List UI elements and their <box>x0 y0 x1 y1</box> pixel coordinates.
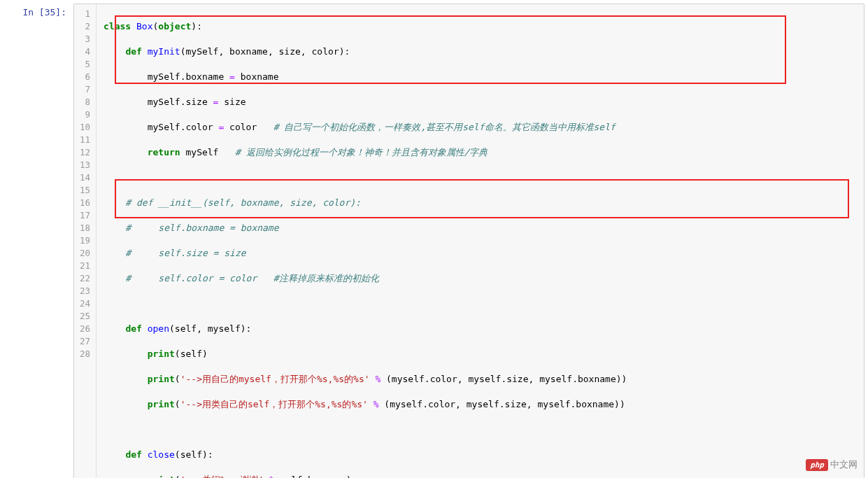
line-number: 21 <box>80 260 90 272</box>
line-number: 2 <box>80 20 90 33</box>
line-number: 26 <box>80 323 90 335</box>
line-number: 22 <box>80 272 90 285</box>
watermark-badge: php <box>806 459 828 471</box>
input-prompt: In [35]: <box>3 3 73 21</box>
line-number: 24 <box>80 297 90 310</box>
code-editor[interactable]: 1 2 3 4 5 6 7 8 9 10 11 12 13 14 15 16 1… <box>73 3 865 478</box>
line-number: 11 <box>80 134 90 146</box>
line-number: 12 <box>80 146 90 159</box>
line-number: 19 <box>80 234 90 247</box>
line-number: 8 <box>80 96 90 108</box>
line-number: 27 <box>80 335 90 348</box>
line-number: 9 <box>80 108 90 121</box>
code-body[interactable]: class Box(object): def myInit(mySelf, bo… <box>97 4 864 478</box>
line-number: 15 <box>80 184 90 197</box>
code-cell: In [35]: 1 2 3 4 5 6 7 8 9 10 11 12 13 1… <box>3 3 865 478</box>
line-number: 3 <box>80 33 90 45</box>
line-number: 1 <box>80 8 90 20</box>
line-number: 10 <box>80 121 90 134</box>
line-number: 13 <box>80 159 90 171</box>
line-number: 25 <box>80 310 90 323</box>
line-number: 17 <box>80 209 90 222</box>
line-number: 16 <box>80 197 90 209</box>
line-number: 5 <box>80 58 90 71</box>
line-number: 7 <box>80 83 90 96</box>
line-number: 23 <box>80 285 90 297</box>
line-number: 20 <box>80 247 90 260</box>
prompt-label: In [35]: <box>22 7 66 17</box>
watermark-text: 中文网 <box>830 458 858 471</box>
line-gutter: 1 2 3 4 5 6 7 8 9 10 11 12 13 14 15 16 1… <box>74 4 97 478</box>
line-number: 18 <box>80 222 90 234</box>
watermark: php 中文网 <box>806 458 858 471</box>
line-number: 14 <box>80 171 90 184</box>
line-number: 28 <box>80 348 90 360</box>
line-number: 6 <box>80 71 90 83</box>
line-number: 4 <box>80 45 90 58</box>
